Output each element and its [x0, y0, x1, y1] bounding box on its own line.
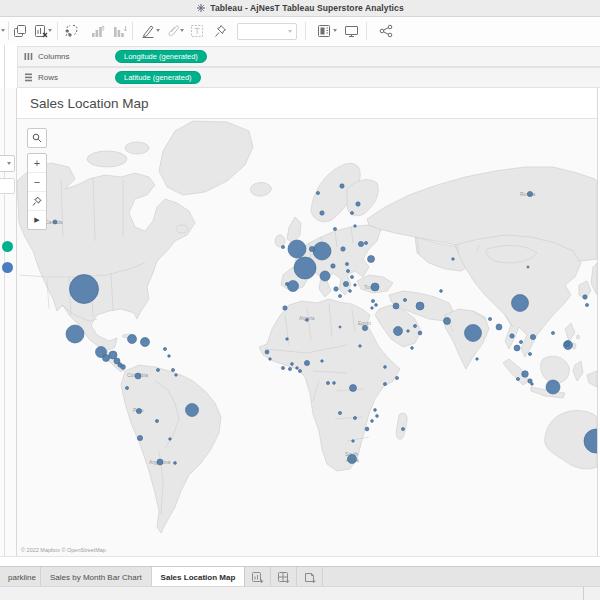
map-mark[interactable] — [288, 281, 299, 292]
map-mark[interactable] — [401, 427, 404, 430]
map-mark[interactable] — [564, 341, 569, 346]
map-mark[interactable] — [452, 258, 455, 261]
map-mark[interactable] — [368, 256, 375, 263]
group-members-icon[interactable] — [63, 23, 79, 39]
map-mark[interactable] — [341, 247, 345, 251]
map-mark[interactable] — [444, 318, 451, 325]
map-mark[interactable] — [354, 284, 357, 287]
latitude-pill[interactable]: Latitude (generated) — [115, 71, 201, 84]
dimension-pill-end[interactable] — [2, 262, 13, 273]
new-dashboard-button[interactable] — [271, 567, 297, 587]
map-search-button[interactable] — [27, 128, 47, 148]
map-mark[interactable] — [135, 373, 141, 379]
new-story-button[interactable] — [297, 567, 323, 587]
map-mark[interactable] — [350, 385, 357, 392]
map-mark[interactable] — [288, 240, 306, 258]
map-mark[interactable] — [418, 331, 422, 335]
map-mark[interactable] — [175, 374, 178, 377]
map-mark[interactable] — [352, 440, 355, 443]
map-mark[interactable] — [350, 275, 353, 278]
map-mark[interactable] — [66, 325, 84, 343]
fit-selector[interactable] — [237, 23, 297, 40]
map-mark[interactable] — [371, 420, 374, 423]
format-link-caret-icon[interactable] — [180, 29, 184, 32]
map-mark[interactable] — [358, 241, 363, 246]
map-mark[interactable] — [326, 381, 329, 384]
map-mark[interactable] — [291, 363, 294, 366]
map-mark[interactable] — [346, 269, 349, 272]
show-me-caret-icon[interactable] — [333, 29, 337, 32]
map-mark[interactable] — [345, 262, 348, 265]
map-mark[interactable] — [169, 438, 172, 441]
map-mark[interactable] — [333, 227, 336, 230]
sort-descending-icon[interactable] — [112, 23, 128, 39]
map-mark[interactable] — [304, 360, 309, 365]
map-mark[interactable] — [343, 281, 348, 286]
map-mark[interactable] — [118, 363, 122, 367]
map-mark[interactable] — [163, 347, 166, 350]
map-mark[interactable] — [333, 382, 336, 385]
map-mark[interactable] — [281, 366, 284, 369]
map-mark[interactable] — [528, 352, 531, 355]
tab-sales-by-month-bar-chart[interactable]: Sales by Month Bar Chart — [41, 567, 152, 587]
map-mark[interactable] — [136, 408, 141, 413]
map-mark[interactable] — [376, 415, 379, 418]
map-mark[interactable] — [285, 282, 288, 285]
map-mark[interactable] — [128, 335, 137, 344]
zoom-out-button[interactable]: − — [28, 172, 46, 191]
clear-sheet-caret-icon[interactable] — [48, 29, 52, 32]
map-mark[interactable] — [488, 317, 491, 320]
undo-caret-icon[interactable] — [1, 29, 5, 32]
map-mark[interactable] — [531, 383, 534, 386]
map-mark[interactable] — [514, 345, 520, 351]
rows-shelf[interactable]: Rows Latitude (generated) — [17, 67, 600, 88]
map-mark[interactable] — [306, 319, 309, 322]
map-mark[interactable] — [296, 367, 299, 370]
map-mark[interactable] — [171, 368, 174, 371]
map-mark[interactable] — [510, 334, 514, 338]
map-mark[interactable] — [476, 358, 479, 361]
map-mark[interactable] — [516, 377, 519, 380]
map-mark[interactable] — [583, 295, 587, 299]
map-controls-expand-button[interactable]: ▶ — [28, 210, 46, 229]
map-mark[interactable] — [334, 287, 338, 291]
map-mark[interactable] — [349, 290, 352, 293]
map-mark[interactable] — [362, 325, 367, 330]
map-mark[interactable] — [313, 242, 331, 260]
map-mark[interactable] — [109, 351, 117, 359]
map-mark[interactable] — [288, 367, 291, 370]
map-mark[interactable] — [294, 257, 316, 279]
format-link-icon[interactable] — [165, 23, 181, 39]
map-mark[interactable] — [522, 371, 529, 378]
map-mark[interactable] — [371, 299, 374, 302]
map-mark[interactable] — [411, 347, 414, 350]
tab-sales-sparkline-partial[interactable]: parkline — [0, 567, 41, 587]
longitude-pill[interactable]: Longitude (generated) — [115, 50, 207, 63]
map-mark[interactable] — [53, 220, 57, 224]
map-mark[interactable] — [155, 419, 158, 422]
map-mark[interactable] — [316, 191, 319, 194]
map-mark[interactable] — [519, 340, 522, 343]
map-mark[interactable] — [298, 369, 301, 372]
map-mark[interactable] — [338, 411, 341, 414]
map-mark[interactable] — [350, 211, 353, 214]
columns-shelf[interactable]: Columns Longitude (generated) — [17, 46, 600, 67]
map-mark[interactable] — [141, 338, 150, 347]
map-mark[interactable] — [413, 324, 416, 327]
show-me-icon[interactable] — [316, 23, 332, 39]
map-mark[interactable] — [137, 435, 142, 440]
map-mark[interactable] — [321, 360, 324, 363]
show-mark-labels-icon[interactable]: T — [189, 23, 205, 39]
map-mark[interactable] — [174, 462, 177, 465]
map-mark[interactable] — [371, 307, 374, 310]
map-mark[interactable] — [416, 302, 424, 310]
map-mark[interactable] — [374, 409, 377, 412]
map-mark[interactable] — [364, 241, 367, 244]
new-data-source-icon[interactable] — [12, 23, 28, 39]
map-mark[interactable] — [168, 355, 171, 358]
map-mark[interactable] — [286, 338, 289, 341]
zoom-home-button[interactable] — [28, 191, 46, 210]
map-mark[interactable] — [365, 427, 369, 431]
map-mark[interactable] — [339, 326, 341, 328]
map-mark[interactable] — [269, 358, 272, 361]
